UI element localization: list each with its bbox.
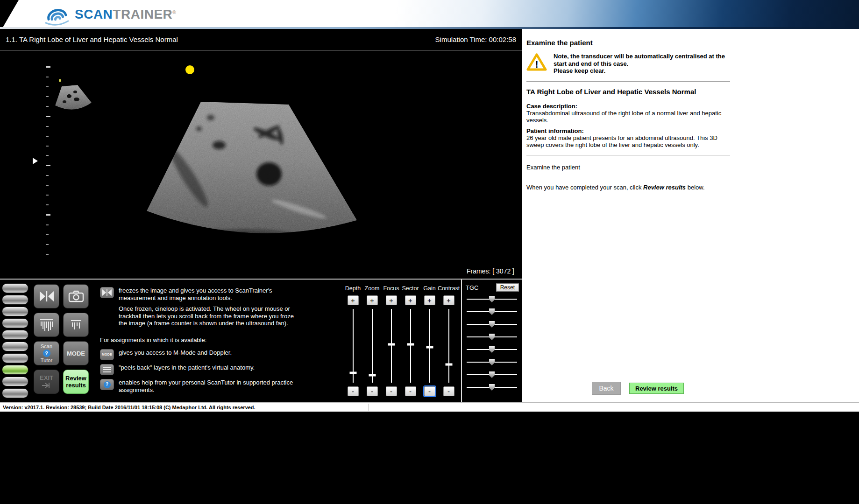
slider-plus-button[interactable]: + [348,295,359,305]
ruler-tick [46,146,49,147]
tgc-thumb[interactable] [489,346,495,353]
slider-plus-button[interactable]: + [405,295,416,305]
pill-slider[interactable] [2,307,28,316]
pill-slider[interactable] [2,318,28,328]
slider-thumb[interactable] [445,363,452,365]
pill-slider[interactable] [2,342,28,351]
freeze-help-text: freezes the image and gives you access t… [119,287,294,301]
tgc-thumb[interactable] [489,371,495,378]
slider-minus-button[interactable]: - [443,386,454,396]
slider-thumb[interactable] [407,343,414,345]
complete-prefix: When you have completed your scan, click [526,184,643,191]
version-text: Version: v2017.1. Revision: 28539; Build… [3,405,256,410]
scan-tutor-button[interactable]: Scan ? Tutor [34,341,59,365]
review-results-button[interactable]: Review results [63,370,89,394]
layers-trace-icon [69,318,83,331]
pill-slider[interactable] [2,377,28,386]
layers-icon [100,364,114,375]
pill-slider[interactable] [2,295,28,305]
orientation-thumbnail [50,84,93,115]
freeze-icon-small [100,287,114,298]
ultrasound-image[interactable] [144,98,360,253]
mode-button[interactable]: MODE [63,341,89,365]
slider-plus-button[interactable]: + [367,295,378,305]
pill-slider[interactable] [2,330,28,340]
slider-thumb[interactable] [388,343,395,345]
tgc-thumb[interactable] [489,308,495,315]
slider-minus-button[interactable]: - [405,386,416,396]
screen-letterbox [0,412,859,504]
statusbar-divider [368,404,369,411]
tgc-track[interactable] [467,349,517,350]
layers-trace-button[interactable] [63,313,89,337]
tgc-track[interactable] [467,336,517,337]
tgc-thumb[interactable] [489,359,495,365]
scantrainer-app: SCANTRAINER® 1.1. TA Right Lobe of Liver… [0,0,859,504]
ruler-tick [46,234,49,235]
case-description-label: Case description: [526,103,859,110]
slider-thumb[interactable] [369,374,376,377]
slider-minus-button[interactable]: - [348,386,359,396]
tgc-thumb[interactable] [489,384,495,391]
exit-button[interactable]: EXIT [34,370,59,394]
tgc-thumb[interactable] [489,321,495,328]
pill-slider[interactable] [2,283,28,293]
simulation-time: Simulation Time: 00:02:58 [435,35,516,43]
svg-text:!: ! [535,59,539,70]
pill-slider[interactable] [2,388,28,398]
slider-plus-button[interactable]: + [386,295,397,305]
tgc-track[interactable] [467,299,517,300]
slider-track[interactable] [369,309,376,383]
ruler-tick [46,77,49,77]
question-icon-small: ? [104,381,111,388]
ruler-tick [46,86,49,87]
ruler-tick [46,155,49,156]
pill-slider[interactable] [2,353,28,363]
slider-thumb[interactable] [349,372,356,374]
slider-label: Sector [402,285,419,293]
tgc-track[interactable] [467,362,517,363]
slider-plus-button[interactable]: + [424,295,435,305]
warning-line-1: Note, the transducer will be automatical… [554,53,725,67]
warning-line-2: Please keep clear. [554,67,605,74]
tgc-track[interactable] [467,387,517,388]
slider-track[interactable] [388,309,395,383]
slider-minus-button[interactable]: - [367,386,378,396]
scan-tutor-label-top: Scan [41,343,52,349]
mode-button-label: MODE [67,350,85,357]
slider-track[interactable] [426,309,433,383]
tgc-track[interactable] [467,311,517,312]
snapshot-button[interactable] [63,284,89,308]
ruler-tick [46,224,49,225]
ultrasound-viewport[interactable]: Frames: [ 3072 ] [0,50,522,279]
tgc-track[interactable] [467,324,517,325]
pill-slider[interactable] [2,365,28,375]
back-button[interactable]: Back [592,382,621,395]
tgc-thumb[interactable] [489,334,495,340]
spectral-trace-button[interactable] [34,313,59,337]
scantutor-icon: ? [100,379,114,390]
review-results-sidebar-button[interactable]: Review results [629,383,684,394]
ruler-tick [46,116,50,117]
slider-track[interactable] [445,309,452,383]
ruler-tick [46,214,50,216]
slider-minus-button[interactable]: - [424,386,435,396]
slider-thumb[interactable] [426,346,433,349]
tgc-thumb[interactable] [489,296,495,302]
tgc-track[interactable] [467,374,517,375]
header-corner [0,0,19,29]
pill-stack [0,280,31,402]
sidebar-divider-2 [526,155,730,155]
patient-info-label: Patient information: [526,127,859,134]
slider-plus-button[interactable]: + [443,295,454,305]
tgc-reset-button[interactable]: Reset [496,283,519,292]
complete-suffix: below. [686,184,704,191]
ruler-tick [46,165,50,166]
freeze-button[interactable] [34,284,59,308]
control-panel: Scan ? Tutor MODE EXIT Review res [0,279,522,402]
sidebar-buttons: Back Review results [592,382,684,395]
slider-track[interactable] [349,309,356,383]
probe-indicator-dot[interactable] [185,65,194,74]
slider-minus-button[interactable]: - [386,386,397,396]
slider-track[interactable] [407,309,414,383]
